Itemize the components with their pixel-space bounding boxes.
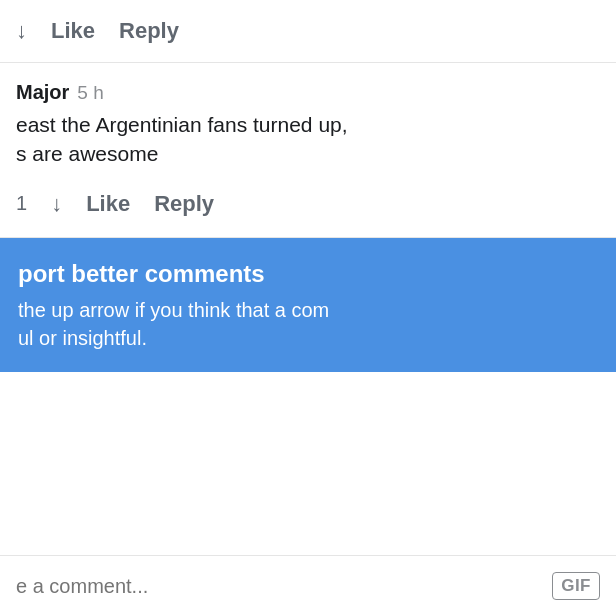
- comment-reply-label: Reply: [154, 191, 214, 217]
- comment-time: 5 h: [77, 82, 103, 104]
- comment-block: Major 5 h east the Argentinian fans turn…: [0, 63, 616, 238]
- down-arrow-icon: ↓: [16, 18, 27, 44]
- info-box: port better comments the up arrow if you…: [0, 238, 616, 372]
- info-box-text-line2: ul or insightful.: [18, 327, 147, 349]
- comment-author: Major: [16, 81, 69, 104]
- like-count: 1: [16, 192, 27, 215]
- comment-input[interactable]: [16, 575, 540, 598]
- top-like-label: Like: [51, 18, 95, 44]
- info-box-text: the up arrow if you think that a com ul …: [18, 296, 598, 352]
- main-container: ↓ Like Reply Major 5 h east the Argentin…: [0, 0, 616, 616]
- comment-text-line1: east the Argentinian fans turned up,: [16, 113, 348, 136]
- comment-like-label: Like: [86, 191, 130, 217]
- info-box-title: port better comments: [18, 260, 598, 288]
- comment-header: Major 5 h: [16, 81, 600, 104]
- comment-down-arrow-icon: ↓: [51, 191, 62, 217]
- gif-button[interactable]: GIF: [552, 572, 600, 600]
- spacer: [0, 372, 616, 555]
- comment-reply-button[interactable]: Reply: [154, 191, 214, 217]
- top-like-button[interactable]: Like: [51, 18, 95, 44]
- comment-downvote-button[interactable]: ↓: [51, 191, 62, 217]
- comment-input-row: GIF: [0, 555, 616, 616]
- top-reply-label: Reply: [119, 18, 179, 44]
- top-reply-button[interactable]: Reply: [119, 18, 179, 44]
- top-action-bar: ↓ Like Reply: [0, 0, 616, 63]
- comment-action-row: 1 ↓ Like Reply: [16, 181, 600, 231]
- comment-like-button[interactable]: Like: [86, 191, 130, 217]
- comment-text-line2: s are awesome: [16, 142, 158, 165]
- info-box-text-line1: the up arrow if you think that a com: [18, 299, 329, 321]
- top-downvote-button[interactable]: ↓: [16, 18, 27, 44]
- comment-text: east the Argentinian fans turned up, s a…: [16, 110, 600, 169]
